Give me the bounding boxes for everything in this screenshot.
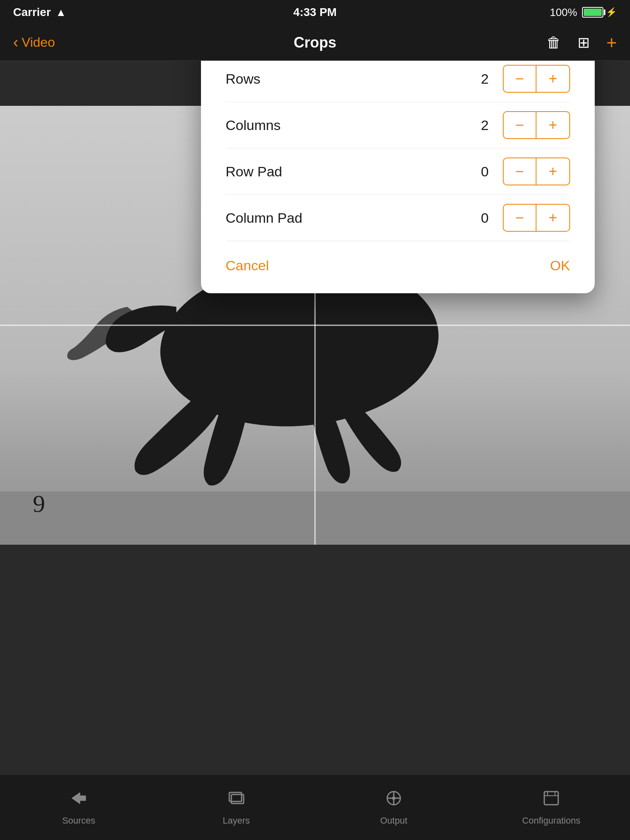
- row-pad-value: 0: [477, 164, 493, 180]
- columns-controls: 2 − +: [477, 111, 570, 139]
- layers-icon: [226, 789, 247, 811]
- nav-title: Crops: [294, 34, 336, 51]
- columns-stepper: − +: [503, 111, 570, 139]
- status-right: 100% ⚡: [550, 6, 617, 19]
- nav-bar: ‹ Video Crops 🗑 ⊞ +: [0, 25, 630, 61]
- output-icon: [383, 789, 404, 811]
- columns-value: 2: [477, 117, 493, 133]
- sources-icon: [68, 789, 89, 811]
- rows-label: Rows: [226, 71, 260, 87]
- tab-output[interactable]: Output: [315, 789, 472, 826]
- carrier-label: Carrier: [13, 6, 51, 19]
- tab-sources[interactable]: Sources: [0, 789, 158, 826]
- modal-overlay: Rows 2 − + Columns 2 − + Row Pad: [0, 0, 630, 840]
- row-pad-decrement-button[interactable]: −: [504, 158, 536, 185]
- tab-configurations[interactable]: Configurations: [472, 789, 630, 826]
- ok-button[interactable]: OK: [550, 254, 570, 277]
- rows-controls: 2 − +: [477, 65, 570, 93]
- row-pad-increment-button[interactable]: +: [536, 158, 569, 185]
- rows-value: 2: [477, 71, 493, 87]
- tab-bar: Sources Layers Output: [0, 774, 630, 840]
- trash-icon[interactable]: 🗑: [546, 34, 561, 51]
- back-chevron-icon: ‹: [13, 34, 18, 51]
- wifi-icon: ▲: [56, 6, 66, 19]
- columns-row: Columns 2 − +: [226, 102, 570, 148]
- carrier-info: Carrier ▲: [13, 6, 66, 19]
- charging-icon: ⚡: [606, 7, 617, 18]
- back-button[interactable]: ‹ Video: [13, 34, 55, 51]
- battery-indicator: ⚡: [582, 7, 617, 18]
- sources-label: Sources: [62, 815, 96, 826]
- row-pad-row: Row Pad 0 − +: [226, 148, 570, 195]
- svg-rect-13: [544, 792, 558, 805]
- cancel-button[interactable]: Cancel: [226, 254, 269, 277]
- column-pad-value: 0: [477, 210, 493, 226]
- grid-icon[interactable]: ⊞: [578, 34, 590, 51]
- column-pad-decrement-button[interactable]: −: [504, 205, 536, 231]
- rows-stepper: − +: [503, 65, 570, 93]
- row-pad-controls: 0 − +: [477, 158, 570, 185]
- configurations-icon: [541, 789, 562, 811]
- add-icon[interactable]: +: [606, 32, 617, 53]
- rows-decrement-button[interactable]: −: [504, 66, 536, 92]
- tab-layers[interactable]: Layers: [158, 789, 315, 826]
- battery-icon: [582, 7, 603, 18]
- row-pad-stepper: − +: [503, 158, 570, 185]
- nav-actions: 🗑 ⊞ +: [546, 32, 617, 53]
- configurations-label: Configurations: [522, 815, 580, 826]
- status-bar: Carrier ▲ 4:33 PM 100% ⚡: [0, 0, 630, 25]
- columns-label: Columns: [226, 117, 281, 133]
- column-pad-stepper: − +: [503, 204, 570, 232]
- layers-label: Layers: [223, 815, 250, 826]
- output-label: Output: [380, 815, 407, 826]
- rows-row: Rows 2 − +: [226, 56, 570, 102]
- column-pad-label: Column Pad: [226, 210, 302, 226]
- battery-fill: [584, 9, 602, 16]
- back-label: Video: [22, 35, 55, 50]
- rows-increment-button[interactable]: +: [536, 66, 569, 92]
- modal-buttons: Cancel OK: [226, 241, 570, 277]
- column-pad-increment-button[interactable]: +: [536, 205, 569, 231]
- column-pad-row: Column Pad 0 − +: [226, 195, 570, 241]
- columns-decrement-button[interactable]: −: [504, 112, 536, 138]
- row-pad-label: Row Pad: [226, 164, 282, 180]
- crop-settings-dialog: Rows 2 − + Columns 2 − + Row Pad: [201, 31, 595, 293]
- battery-percent: 100%: [550, 6, 578, 19]
- columns-increment-button[interactable]: +: [536, 112, 569, 138]
- column-pad-controls: 0 − +: [477, 204, 570, 232]
- svg-point-12: [392, 797, 395, 800]
- status-time: 4:33 PM: [293, 6, 337, 19]
